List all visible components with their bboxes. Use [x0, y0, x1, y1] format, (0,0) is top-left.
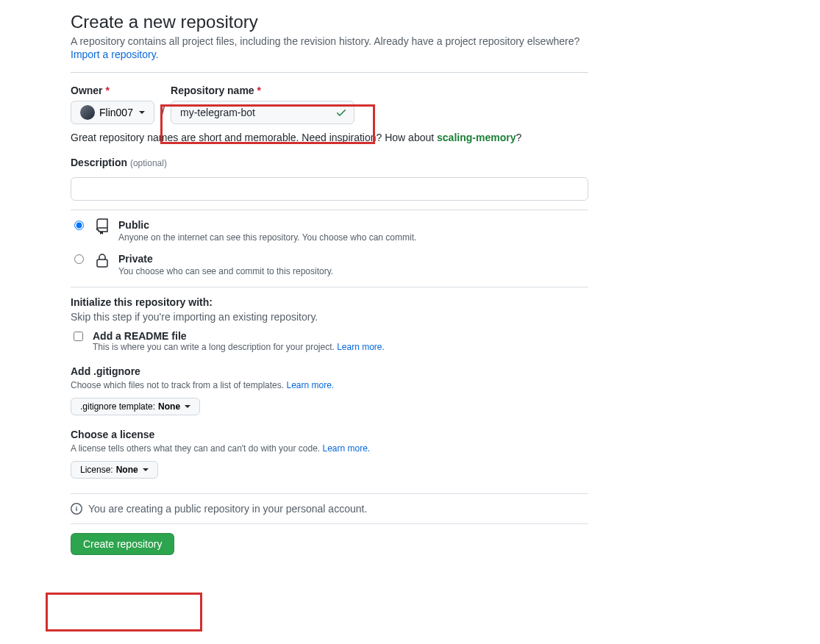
init-sub: Skip this step if you're importing an ex…: [71, 311, 588, 323]
annotation-highlight: [46, 593, 202, 632]
gitignore-learn-more-link[interactable]: Learn more.: [286, 380, 334, 390]
info-icon: [71, 503, 82, 515]
caret-down-icon: [185, 405, 190, 408]
repo-icon: [93, 218, 111, 235]
visibility-private-radio[interactable]: [74, 254, 84, 264]
init-title: Initialize this repository with:: [71, 296, 588, 308]
lock-icon: [93, 251, 111, 269]
name-hint: Great repository names are short and mem…: [71, 132, 588, 143]
gitignore-title: Add .gitignore: [71, 365, 588, 377]
visibility-public-radio[interactable]: [74, 221, 84, 230]
gitignore-template-button[interactable]: .gitignore template: None: [71, 398, 200, 415]
readme-learn-more-link[interactable]: Learn more.: [337, 342, 385, 352]
readme-title: Add a README file: [93, 330, 187, 342]
divider: [71, 210, 588, 210]
readme-checkbox[interactable]: [74, 332, 83, 341]
owner-label: Owner *: [71, 85, 154, 96]
description-input[interactable]: [71, 177, 588, 201]
optional-label: (optional): [130, 158, 167, 168]
avatar: [80, 105, 95, 120]
public-title: Public: [118, 219, 416, 231]
repo-name-input[interactable]: [171, 101, 354, 124]
caret-down-icon: [143, 468, 149, 471]
license-select-button[interactable]: License: None: [71, 461, 158, 479]
private-sub: You choose who can see and commit to thi…: [118, 266, 333, 276]
info-text: You are creating a public repository in …: [88, 503, 367, 515]
caret-down-icon: [139, 111, 145, 114]
page-title: Create a new repository: [71, 12, 588, 32]
name-suggestion-link[interactable]: scaling-memory: [437, 132, 516, 143]
license-title: Choose a license: [71, 429, 588, 440]
owner-name: Flin007: [99, 107, 133, 118]
divider: [71, 287, 588, 287]
page-subhead: A repository contains all project files,…: [71, 35, 588, 47]
divider: [71, 493, 588, 494]
public-sub: Anyone on the internet can see this repo…: [118, 232, 416, 243]
divider: [71, 523, 588, 524]
svg-rect-0: [97, 260, 107, 267]
readme-sub: This is where you can write a long descr…: [93, 342, 385, 352]
repo-name-label: Repository name *: [171, 85, 354, 96]
private-title: Private: [118, 253, 333, 265]
owner-select-button[interactable]: Flin007: [71, 101, 154, 124]
divider: [71, 72, 588, 73]
gitignore-sub: Choose which files not to track from a l…: [71, 380, 588, 390]
description-label: Description: [71, 157, 127, 168]
import-repository-link[interactable]: Import a repository.: [71, 49, 159, 60]
check-icon: [335, 107, 347, 118]
slash-separator: /: [160, 104, 165, 124]
license-learn-more-link[interactable]: Learn more.: [323, 443, 371, 454]
license-sub: A license tells others what they can and…: [71, 443, 588, 454]
create-repository-button[interactable]: Create repository: [71, 533, 174, 555]
